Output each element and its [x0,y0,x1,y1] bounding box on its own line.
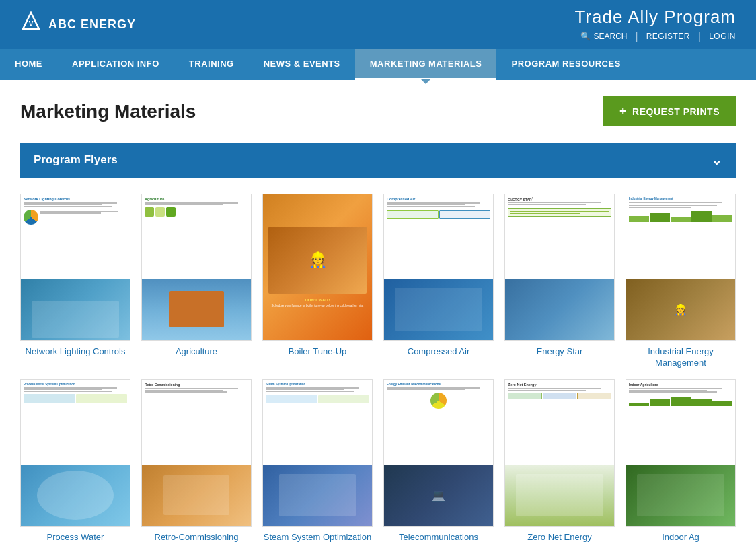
login-link[interactable]: LOGIN [709,32,736,41]
svg-text:V: V [29,20,34,28]
chevron-down-icon: ⌄ [711,152,722,168]
flyer-thumbnail-zero-net-energy: Zero Net Energy [504,379,615,526]
flyer-process-water[interactable]: Process Water System Optimization [20,379,130,543]
flyer-zero-net-energy[interactable]: Zero Net Energy [504,379,615,543]
header-actions: 🔍 SEARCH | REGISTER | LOGIN [574,30,736,42]
nav-application-info[interactable]: APPLICATION INFO [57,49,174,80]
divider2: | [698,30,701,42]
flyers-grid: Network Lighting Controls [20,188,736,546]
nav-marketing-materials[interactable]: MARKETING MATERIALS [355,49,497,80]
request-prints-button[interactable]: + REQUEST PRINTS [603,96,736,126]
flyer-thumbnail-nlc: Network Lighting Controls [20,194,130,341]
flyer-thumbnail-agriculture: Agriculture [141,194,252,341]
program-title: Trade Ally Program [574,7,736,28]
flyer-thumbnail-energy-star: ENERGY STAR® [504,194,615,341]
page-title: Marketing Materials [20,101,196,122]
flyer-thumbnail-telecom: Energy Efficient Telecommunications 💻 [383,379,494,526]
nav-program-resources[interactable]: PROGRAM RESOURCES [496,49,635,80]
flyer-thumbnail-steam-system: Steam System Optimization [262,379,373,526]
flyer-telecom[interactable]: Energy Efficient Telecommunications 💻 Te… [383,379,494,543]
flyer-label-retro-commissioning[interactable]: Retro-Commissioning [155,532,239,543]
flyer-thumbnail-boiler: 👷 DON'T WAIT! Schedule your furnace or b… [262,194,373,341]
flyer-agriculture[interactable]: Agriculture [141,194,252,368]
flyer-label-boiler[interactable]: Boiler Tune-Up [289,346,347,358]
search-area[interactable]: 🔍 SEARCH [580,32,627,41]
flyer-retro-commissioning[interactable]: Retro-Commissioning [141,379,252,543]
section-title: Program Flyers [34,153,118,167]
flyer-iem[interactable]: Industrial Energy Management [626,194,736,368]
flyer-label-process-water[interactable]: Process Water [47,532,104,543]
register-link[interactable]: REGISTER [646,32,690,41]
flyer-label-telecom[interactable]: Telecommunications [399,532,478,543]
flyer-nlc[interactable]: Network Lighting Controls [20,194,130,368]
nav-home[interactable]: HOME [0,49,57,80]
header-right: Trade Ally Program 🔍 SEARCH | REGISTER |… [574,7,736,42]
flyer-compressed-air[interactable]: Compressed Air [383,194,494,368]
flyer-thumbnail-retro-commissioning: Retro-Commissioning [141,379,252,526]
flyer-thumbnail-compressed-air: Compressed Air [383,194,494,341]
flyer-label-indoor-ag[interactable]: Indoor Ag [662,532,700,543]
flyer-label-agriculture[interactable]: Agriculture [176,346,217,358]
nav-training[interactable]: TRAINING [174,49,249,80]
site-header: V ABC ENERGY Trade Ally Program 🔍 SEARCH… [0,0,756,49]
flyer-label-zero-net-energy[interactable]: Zero Net Energy [527,532,591,543]
divider: | [636,30,638,42]
flyer-boiler[interactable]: 👷 DON'T WAIT! Schedule your furnace or b… [262,194,373,368]
logo-area[interactable]: V ABC ENERGY [20,11,136,38]
search-label[interactable]: SEARCH [593,32,627,41]
flyer-label-nlc[interactable]: Network Lighting Controls [26,346,126,358]
program-flyers-section-header[interactable]: Program Flyers ⌄ [20,143,736,178]
flyer-thumbnail-indoor-ag: Indoor Agriculture [626,379,736,526]
flyer-indoor-ag[interactable]: Indoor Agriculture [626,379,736,543]
search-icon: 🔍 [580,32,591,41]
flyer-energy-star[interactable]: ENERGY STAR® Energy Star [504,194,615,368]
flyer-thumbnail-process-water: Process Water System Optimization [20,379,130,526]
request-prints-label: REQUEST PRINTS [632,106,720,117]
content-area: Marketing Materials + REQUEST PRINTS Pro… [0,80,756,546]
main-nav: HOME APPLICATION INFO TRAINING NEWS & EV… [0,49,756,80]
abc-energy-logo-icon: V [20,11,42,38]
page-header: Marketing Materials + REQUEST PRINTS [20,96,736,126]
flyer-thumbnail-iem: Industrial Energy Management [626,194,736,341]
flyer-steam-system[interactable]: Steam System Optimization [262,379,373,543]
flyer-label-energy-star[interactable]: Energy Star [537,346,583,358]
logo-text: ABC ENERGY [48,17,136,32]
page-content: Marketing Materials + REQUEST PRINTS Pro… [0,80,756,546]
plus-icon: + [619,104,627,118]
flyer-label-compressed-air[interactable]: Compressed Air [408,346,469,358]
flyer-label-iem[interactable]: Industrial Energy Management [626,346,736,369]
nav-news-events[interactable]: NEWS & EVENTS [249,49,355,80]
flyer-label-steam-system[interactable]: Steam System Optimization [264,532,371,543]
